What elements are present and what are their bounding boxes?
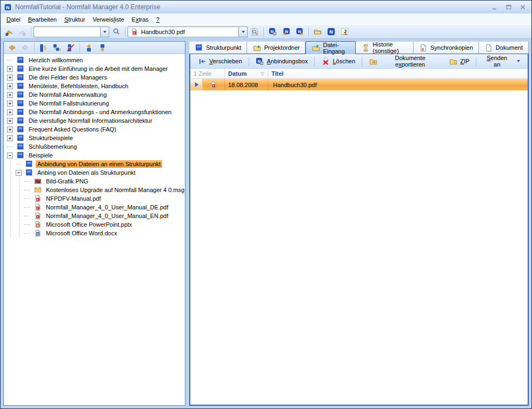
juris-button[interactable]: J [338, 26, 351, 38]
tab-label: Projektordner [264, 44, 300, 51]
window-controls [489, 2, 529, 12]
tree-connector-line [16, 164, 21, 164]
tree-item-anbindung-von-dateien-an-einen-strukturp[interactable]: Anbindung von Dateien an einen Strukturp… [4, 160, 185, 168]
tree-item-beispiele[interactable]: Beispiele [4, 151, 185, 160]
tree-item-menüleiste-befehlsleisten-handbuch[interactable]: Menüleiste, Befehlsleisten, Handbuch [4, 82, 185, 90]
tree-item-label: NFPDFV-Manual.pdf [44, 195, 102, 202]
tree-item-die-normfall-fallstrukturierung[interactable]: Die Normfall Fallstrukturierung [4, 99, 185, 108]
expand-icon[interactable] [7, 92, 13, 98]
tree-item-label: Die vierstufige Normfall Informationsarc… [27, 117, 154, 124]
collapse-node-button[interactable] [64, 42, 77, 53]
tree-item-die-normfall-aktenverwaltung[interactable]: Die Normfall Aktenverwaltung [4, 90, 185, 99]
document-preview-button[interactable] [248, 26, 261, 38]
menu-help[interactable]: ? [152, 15, 163, 24]
tree-item-die-drei-felder-des-managers[interactable]: Die drei Felder des Managers [4, 73, 185, 82]
anbindungsbox-button[interactable]: N [266, 26, 279, 38]
expand-node-button[interactable] [51, 42, 63, 53]
tree-guide-line [7, 220, 16, 229]
tab-label: Dokument [496, 44, 523, 51]
dokumente-exportieren-button[interactable]: Dokumente exportieren [364, 55, 444, 67]
tree-item-die-normfall-anbindungs-und-anmerkungsfu[interactable]: Die Normfall Anbindungs - und Anmerkungs… [4, 108, 185, 116]
tree-expander-cell [24, 225, 33, 225]
collapse-icon[interactable] [16, 170, 22, 176]
undo-button[interactable] [3, 26, 16, 38]
tree-item-label: Menüleiste, Befehlsleisten, Handbuch [27, 82, 130, 90]
tree-item-label: Anbindung von Dateien an einen Strukturp… [36, 160, 162, 168]
tree-guide-line [7, 177, 16, 186]
expand-icon[interactable] [7, 83, 13, 89]
tree-item-nfpdfv-manual-pdf[interactable]: NFPDFV-Manual.pdf [4, 194, 185, 203]
tab-historie-sonstige[interactable]: Historie (sonstige) [356, 42, 414, 54]
search-combobox[interactable] [34, 27, 109, 37]
node-icon [16, 73, 25, 82]
menu-struktur[interactable]: Struktur [61, 15, 89, 24]
panel-splitter[interactable] [185, 41, 189, 406]
table-row[interactable]: 18.08.2008Handbuch30.pdf [190, 79, 528, 90]
tree-item-herzlich-willkommen[interactable]: Herzlich willkommen [4, 56, 185, 64]
folder-open-button[interactable] [311, 26, 324, 38]
collapse-icon[interactable] [7, 153, 13, 159]
löschen-button[interactable]: Löschen [317, 55, 360, 67]
expand-icon[interactable] [7, 109, 13, 115]
zip-button[interactable]: ZIP [444, 55, 474, 67]
tab-datei-eingang[interactable]: Datei-Eingang [305, 41, 356, 54]
tree-item-eine-kurze-einführung-in-die-arbeit-mit-[interactable]: Eine kurze Einführung in die Arbeit mit … [4, 64, 185, 73]
expand-icon[interactable] [7, 127, 13, 133]
tree-item-die-vierstufige-normfall-informationsarc[interactable]: Die vierstufige Normfall Informationsarc… [4, 116, 185, 125]
action-label: Dokumente exportieren [380, 55, 440, 68]
verschieben-button[interactable]: Verschieben [194, 55, 247, 67]
tab-dokument[interactable]: Dokument [479, 42, 529, 54]
back-button[interactable] [5, 42, 18, 53]
tab-synchronkopien[interactable]: sSynchronkopien [414, 42, 479, 54]
pdf-icon [209, 81, 218, 89]
expand-icon[interactable] [7, 75, 13, 81]
toolbar-separator [79, 43, 80, 52]
menu-datei[interactable]: Datei [3, 15, 24, 24]
app-logo-icon: N [3, 3, 12, 11]
image-icon [34, 177, 42, 186]
node-icon [16, 116, 25, 125]
column-header-titel[interactable]: Titel [268, 69, 528, 78]
tree-expander-cell [24, 207, 33, 208]
tree-item-kostenloses-upgrade-auf-normfall-manager[interactable]: Kostenloses Upgrade auf Normfall Manager… [4, 186, 185, 194]
move-down-button[interactable] [96, 42, 109, 53]
tree-item-microsoft-office-powerpoint-pptx[interactable]: Microsoft Office PowerPoint.pptx [4, 220, 185, 229]
search-combobox-dropdown[interactable] [100, 27, 109, 37]
close-button[interactable] [517, 2, 529, 12]
menu-bearbeiten[interactable]: Bearbeiten [24, 15, 61, 24]
tree-guide-line [7, 203, 16, 212]
move-up-button[interactable] [83, 42, 95, 53]
search-button[interactable] [110, 26, 123, 38]
senden-an-button[interactable]: Senden an [478, 55, 524, 67]
anbindungsbox-button[interactable]: NAnbindungsbox [251, 55, 312, 67]
expand-icon[interactable] [7, 135, 13, 141]
expand-levels-button[interactable] [37, 42, 50, 53]
menu-extras[interactable]: Extras [128, 15, 152, 24]
column-header-datum[interactable]: Datum ▽ [225, 69, 268, 78]
redo-button[interactable] [16, 26, 29, 38]
tab-strukturpunkt[interactable]: Strukturpunkt [189, 42, 247, 54]
expand-icon[interactable] [7, 118, 13, 124]
expand-icon[interactable] [7, 101, 13, 107]
minimize-button[interactable] [489, 2, 501, 12]
tree-item-bild-grafik-png[interactable]: Bild-Grafik.PNG [4, 177, 185, 186]
tree-guide-line [16, 177, 24, 186]
document-combobox[interactable]: Handbuch30.pdf [128, 27, 248, 37]
tree-item-strukturbeispiele[interactable]: Strukturbeispiele [4, 134, 185, 142]
expand-icon[interactable] [7, 66, 13, 72]
tree-item-normfall-manager-4-0-user-manual-en-pdf[interactable]: Normfall_Manager_4_0_User_Manual_EN.pdf [4, 212, 185, 220]
tree-item-frequent-asked-questions-faq[interactable]: Frequent Asked Questions (FAQ) [4, 125, 185, 134]
tree-item-microsoft-office-word-docx[interactable]: Microsoft Office Word.docx [4, 229, 185, 238]
normfall-button[interactable]: N [324, 26, 337, 38]
forward-button[interactable] [19, 42, 31, 53]
tree-item-anbing-von-dateien-als-strukturpunkt[interactable]: Anbing von Dateien als Strukturpunkt [4, 168, 185, 177]
normfall-next-button[interactable]: N [293, 26, 306, 38]
document-combobox-dropdown[interactable] [238, 27, 247, 37]
maximize-button[interactable] [503, 2, 515, 12]
tree-item-normfall-manager-4-0-user-manual-de-pdf[interactable]: Normfall_Manager_4_0_User_Manual_DE.pdf [4, 203, 185, 212]
tab-projektordner[interactable]: Projektordner [247, 42, 305, 54]
tree-item-schlußbemerkung[interactable]: Schlußbemerkung [4, 142, 185, 151]
row-count-header: 1 Zeile [190, 69, 225, 78]
menu-verweisliste[interactable]: Verweisliste [89, 15, 128, 24]
normfall-prev-button[interactable]: N [280, 26, 292, 38]
